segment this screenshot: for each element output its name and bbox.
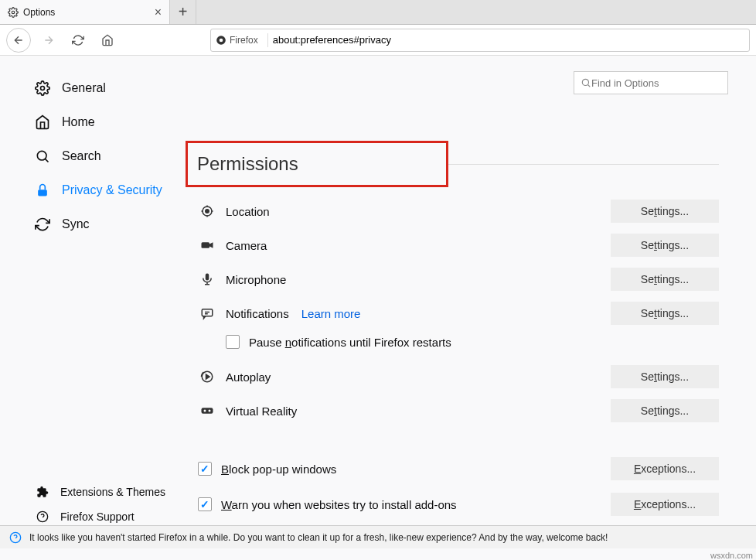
vr-icon — [198, 404, 216, 418]
sidebar-item-extensions[interactable]: Extensions & Themes — [0, 480, 186, 504]
search-options-input[interactable] — [591, 77, 721, 89]
reload-button[interactable] — [66, 29, 90, 52]
sidebar-label: Search — [62, 149, 101, 163]
identity-box: Firefox — [216, 35, 258, 46]
search-icon — [581, 77, 591, 88]
perm-camera: Camera Settings... — [186, 228, 728, 262]
checkbox-label: Pause notifications until Firefox restar… — [249, 336, 451, 349]
popup-row: Block pop-up windows Exceptions... — [186, 451, 728, 487]
forward-button[interactable] — [37, 29, 60, 52]
perm-label: Autoplay — [226, 370, 271, 384]
sidebar-item-privacy[interactable]: Privacy & Security — [0, 173, 186, 207]
perm-microphone: Microphone Settings... — [186, 262, 728, 296]
location-icon — [198, 204, 216, 218]
sidebar-label: Privacy & Security — [62, 183, 162, 197]
perm-label: Location — [226, 205, 270, 218]
sidebar-item-sync[interactable]: Sync — [0, 207, 186, 241]
svg-point-16 — [209, 410, 211, 412]
notification-icon — [198, 306, 216, 320]
addons-checkbox[interactable] — [198, 497, 212, 511]
camera-icon — [198, 238, 216, 252]
settings-button-camera[interactable]: Settings... — [611, 234, 719, 257]
section-title: Permissions — [197, 153, 298, 175]
autoplay-icon — [198, 370, 216, 384]
notification-text: It looks like you haven't started Firefo… — [29, 532, 608, 543]
perm-vr: Virtual Reality Settings... — [186, 394, 728, 428]
sidebar: General Home Search Privacy & Security S… — [0, 56, 186, 537]
sidebar-label: Firefox Support — [60, 510, 135, 523]
microphone-icon — [198, 272, 216, 286]
svg-point-15 — [204, 410, 206, 412]
svg-point-3 — [41, 87, 45, 90]
gear-icon — [34, 80, 51, 96]
info-icon — [9, 531, 22, 544]
search-options-box[interactable] — [574, 71, 728, 94]
perm-autoplay: Autoplay Settings... — [186, 360, 728, 394]
perm-label: Notifications — [226, 307, 289, 320]
addons-row: Warn you when websites try to install ad… — [186, 487, 728, 522]
home-button[interactable] — [96, 29, 119, 52]
pause-notifications-checkbox[interactable] — [226, 335, 240, 349]
svg-rect-10 — [202, 242, 210, 248]
settings-button-vr[interactable]: Settings... — [611, 399, 719, 422]
sync-icon — [34, 217, 51, 232]
exceptions-button-popup[interactable]: Exceptions... — [611, 457, 719, 480]
svg-rect-11 — [206, 274, 209, 281]
watermark: wsxdn.com — [710, 551, 753, 560]
sidebar-label: Sync — [62, 217, 90, 231]
perm-label: Virtual Reality — [226, 405, 297, 418]
settings-button-notifications[interactable]: Settings... — [611, 302, 719, 325]
pause-notifications-row: Pause notifications until Firefox restar… — [186, 330, 728, 360]
lock-icon — [34, 183, 51, 198]
checkbox-label: Block pop-up windows — [221, 463, 336, 476]
url-bar[interactable]: Firefox — [210, 29, 750, 52]
tab-title: Options — [23, 7, 55, 18]
svg-rect-5 — [38, 190, 47, 196]
sidebar-item-home[interactable]: Home — [0, 105, 186, 139]
checkbox-label: Warn you when websites try to install ad… — [221, 498, 457, 511]
perm-label: Camera — [226, 239, 267, 252]
svg-rect-14 — [202, 408, 213, 414]
sidebar-label: Extensions & Themes — [60, 486, 165, 498]
perm-notifications: Notifications Learn more Settings... — [186, 296, 728, 330]
settings-button-autoplay[interactable]: Settings... — [611, 365, 719, 388]
divider — [448, 164, 719, 165]
back-button[interactable] — [6, 28, 31, 53]
search-icon — [34, 149, 51, 164]
notification-bar: It looks like you haven't started Firefo… — [0, 525, 756, 548]
gear-icon — [8, 7, 19, 18]
sidebar-label: General — [62, 81, 106, 95]
help-icon — [34, 510, 51, 523]
permissions-section: Permissions Location Settings... Camera … — [186, 141, 728, 548]
svg-point-2 — [220, 38, 223, 42]
learn-more-link[interactable]: Learn more — [301, 307, 361, 320]
popup-checkbox[interactable] — [198, 462, 212, 476]
exceptions-button-addons[interactable]: Exceptions... — [611, 493, 719, 516]
settings-button-microphone[interactable]: Settings... — [611, 268, 719, 291]
sidebar-item-search[interactable]: Search — [0, 139, 186, 173]
svg-point-4 — [37, 151, 46, 160]
main-panel: Permissions Location Settings... Camera … — [186, 56, 756, 537]
perm-label: Microphone — [226, 273, 286, 286]
sidebar-bottom: Extensions & Themes Firefox Support — [0, 480, 186, 529]
settings-button-location[interactable]: Settings... — [611, 200, 719, 223]
tab-bar: Options × + — [0, 0, 756, 25]
svg-point-7 — [582, 79, 588, 85]
url-input[interactable] — [273, 34, 744, 46]
close-icon[interactable]: × — [155, 5, 162, 19]
sidebar-label: Home — [62, 115, 95, 129]
svg-point-9 — [206, 210, 209, 213]
content-area: General Home Search Privacy & Security S… — [0, 56, 756, 537]
puzzle-icon — [34, 486, 51, 498]
identity-label: Firefox — [230, 35, 258, 46]
section-title-highlight: Permissions — [186, 141, 448, 187]
tab-options[interactable]: Options × — [0, 0, 170, 24]
perm-location: Location Settings... — [186, 194, 728, 228]
home-icon — [34, 114, 51, 130]
sidebar-item-general[interactable]: General — [0, 71, 186, 105]
new-tab-button[interactable]: + — [170, 0, 196, 24]
nav-bar: Firefox — [0, 25, 756, 56]
svg-point-0 — [12, 11, 15, 14]
